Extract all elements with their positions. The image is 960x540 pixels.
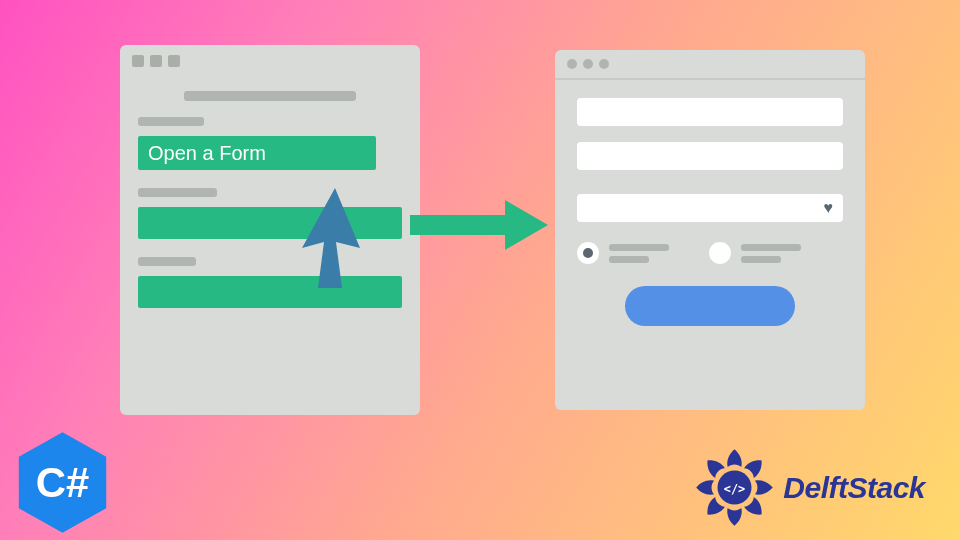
cursor-pointer-icon	[290, 180, 380, 300]
text-input[interactable]	[577, 98, 843, 126]
submit-button[interactable]	[625, 286, 795, 326]
window-control-icon	[168, 55, 180, 67]
favorite-input[interactable]	[577, 194, 843, 222]
placeholder-line	[138, 188, 217, 197]
radio-option[interactable]	[709, 242, 801, 264]
window-control-icon	[599, 59, 609, 69]
placeholder-line	[138, 257, 196, 266]
form-window	[555, 50, 865, 410]
text-input[interactable]	[577, 142, 843, 170]
brand-name: DelftStack	[783, 471, 925, 505]
delftstack-brand: </> DelftStack	[692, 445, 925, 530]
radio-label-placeholder	[609, 244, 669, 263]
form-body	[555, 80, 865, 344]
open-form-label: Open a Form	[148, 142, 266, 165]
csharp-label: C#	[36, 459, 89, 506]
radio-option[interactable]	[577, 242, 669, 264]
radio-icon	[709, 242, 731, 264]
csharp-logo-icon: C#	[15, 430, 110, 535]
open-form-button[interactable]: Open a Form	[138, 136, 376, 170]
window-control-icon	[567, 59, 577, 69]
window-control-icon	[583, 59, 593, 69]
radio-group-row	[577, 242, 843, 264]
radio-label-placeholder	[741, 244, 801, 263]
window-control-icon	[132, 55, 144, 67]
window-titlebar	[120, 45, 420, 77]
window-titlebar	[555, 50, 865, 80]
svg-text:</>: </>	[724, 482, 745, 496]
delftstack-logo-icon: </>	[692, 445, 777, 530]
window-control-icon	[150, 55, 162, 67]
transition-arrow-icon	[410, 195, 550, 255]
placeholder-line	[184, 91, 356, 101]
placeholder-line	[138, 117, 204, 126]
radio-icon	[577, 242, 599, 264]
